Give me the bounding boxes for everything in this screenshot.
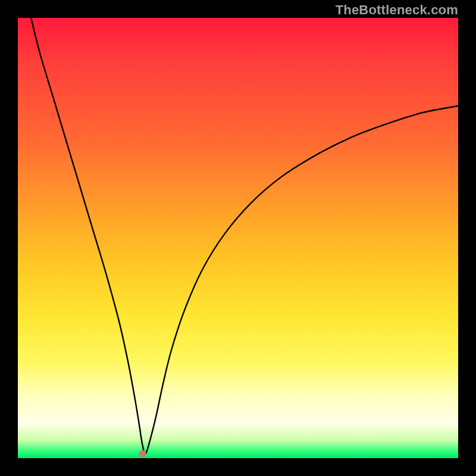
minimum-marker-dot — [139, 450, 146, 458]
bottleneck-curve — [31, 18, 458, 454]
chart-frame — [18, 18, 458, 458]
watermark-text: TheBottleneck.com — [336, 2, 458, 18]
chart-svg — [18, 18, 458, 458]
